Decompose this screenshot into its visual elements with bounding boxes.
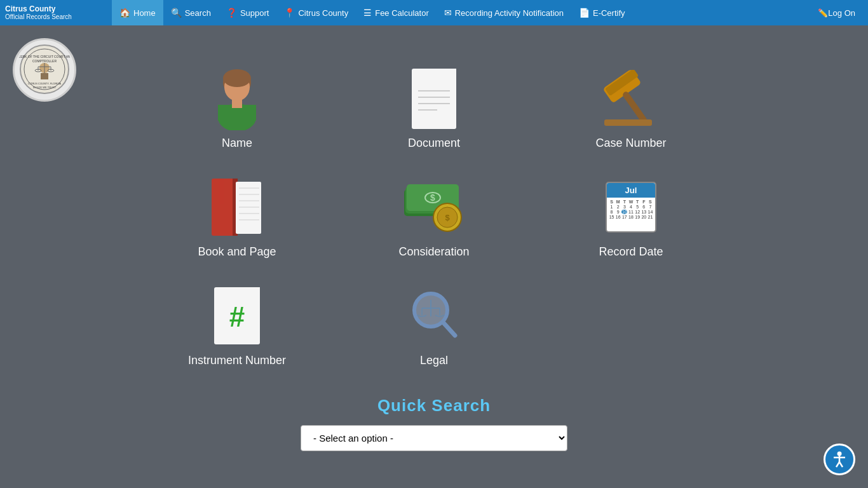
- svg-text:CLERK OF THE CIRCUIT COURT AND: CLERK OF THE CIRCUIT COURT AND: [19, 55, 70, 58]
- logo-text: CLERK OF THE CIRCUIT COURT AND COMPTROLL…: [16, 41, 73, 99]
- svg-point-61: [837, 452, 842, 456]
- nav-recording-activity[interactable]: ✉Recording Activity Notification: [437, 0, 571, 25]
- svg-rect-19: [232, 98, 242, 108]
- search-option-book-page[interactable]: Book and Page: [142, 166, 332, 268]
- person-icon: [208, 67, 266, 130]
- main-content: Name Document: [0, 25, 868, 464]
- svg-rect-40: [219, 179, 224, 204]
- svg-text:$: $: [430, 193, 435, 203]
- instrument-number-icon-container: #: [205, 284, 269, 348]
- name-label: Name: [222, 137, 252, 150]
- svg-point-16: [223, 69, 251, 87]
- svg-rect-33: [236, 182, 261, 234]
- record-date-icon-container: Jul S M T W T F S 1 2 3 4 5 6: [599, 175, 663, 239]
- case-number-icon-container: [599, 67, 663, 130]
- logo-area: CLERK OF THE CIRCUIT COURT AND COMPTROLL…: [13, 38, 76, 102]
- name-icon-container: [205, 67, 269, 130]
- svg-line-64: [836, 462, 839, 467]
- book-page-icon-container: [205, 175, 269, 239]
- search-option-consideration[interactable]: $ $ Consideration: [339, 166, 529, 268]
- calendar-grid: S M T W T F S 1 2 3 4 5 6 7 8: [607, 198, 655, 221]
- nav-search[interactable]: 🔍Search: [163, 0, 219, 25]
- search-option-record-date[interactable]: Jul S M T W T F S 1 2 3 4 5 6: [536, 166, 726, 268]
- svg-rect-5: [41, 73, 48, 79]
- email-icon: ✉: [444, 8, 452, 18]
- svg-line-56: [443, 322, 455, 336]
- nav-fee-calculator[interactable]: ☰Fee Calculator: [356, 0, 437, 25]
- accessibility-button[interactable]: [824, 444, 855, 475]
- certify-icon: 📄: [579, 8, 590, 18]
- svg-rect-29: [621, 90, 648, 124]
- instrument-number-label: Instrument Number: [188, 354, 286, 367]
- gavel-icon: [601, 70, 661, 127]
- svg-text:IN GOD WE TRUST: IN GOD WE TRUST: [33, 86, 57, 89]
- nav-citrus-county[interactable]: 📍Citrus County: [276, 0, 356, 25]
- location-icon: 📍: [284, 8, 295, 18]
- document-label: Document: [408, 137, 460, 150]
- consideration-label: Consideration: [398, 245, 469, 259]
- svg-rect-53: [247, 287, 260, 300]
- legal-icon-container: [402, 284, 466, 348]
- instrument-icon: #: [214, 287, 260, 344]
- quick-search-title: Quick Search: [13, 396, 855, 416]
- svg-text:COMPTROLLER: COMPTROLLER: [32, 59, 57, 63]
- svg-line-65: [839, 462, 843, 467]
- money-icon: $ $: [404, 182, 465, 233]
- brand-subtitle: Official Records Search: [5, 13, 107, 21]
- record-date-label: Record Date: [599, 245, 663, 259]
- calendar-month: Jul: [607, 183, 655, 198]
- quick-search-section: Quick Search - Select an option - Name D…: [13, 396, 855, 451]
- search-option-case-number[interactable]: Case Number: [536, 57, 726, 159]
- home-icon: 🏠: [119, 8, 130, 18]
- legal-icon: [404, 286, 465, 346]
- svg-text:CITRUS COUNTY, FLORIDA: CITRUS COUNTY, FLORIDA: [28, 82, 61, 85]
- support-icon: ❓: [226, 8, 237, 18]
- search-option-document[interactable]: Document: [339, 57, 529, 159]
- calculator-icon: ☰: [363, 8, 372, 18]
- accessibility-icon: [831, 451, 848, 468]
- search-option-legal[interactable]: Legal: [339, 274, 529, 377]
- svg-rect-22: [444, 69, 456, 81]
- search-grid: Name Document: [142, 57, 726, 377]
- brand-title: Citrus County: [5, 4, 107, 13]
- nav-support[interactable]: ❓Support: [219, 0, 277, 25]
- document-icon-container: [402, 67, 466, 130]
- svg-text:#: #: [229, 301, 245, 332]
- nav-items: 🏠Home 🔍Search ❓Support 📍Citrus County ☰F…: [112, 0, 810, 25]
- quick-search-select[interactable]: - Select an option - Name Document Case …: [301, 425, 567, 451]
- brand: Citrus County Official Records Search: [5, 4, 107, 21]
- case-number-label: Case Number: [595, 137, 666, 150]
- book-page-label: Book and Page: [198, 245, 276, 259]
- calendar-icon: Jul S M T W T F S 1 2 3 4 5 6: [606, 182, 656, 233]
- document-icon: [412, 69, 456, 129]
- search-option-name[interactable]: Name: [142, 57, 332, 159]
- logon-label: Log On: [828, 8, 855, 18]
- navbar: Citrus County Official Records Search 🏠H…: [0, 0, 868, 25]
- book-icon: [212, 179, 262, 236]
- nav-home[interactable]: 🏠Home: [112, 0, 163, 25]
- logon-button[interactable]: ✏️ Log On: [810, 0, 863, 25]
- county-logo: CLERK OF THE CIRCUIT COURT AND COMPTROLL…: [13, 38, 76, 102]
- legal-label: Legal: [420, 354, 448, 367]
- consideration-icon-container: $ $: [402, 175, 466, 239]
- svg-rect-30: [604, 119, 652, 126]
- logon-icon: ✏️: [818, 8, 828, 18]
- search-nav-icon: 🔍: [171, 8, 182, 18]
- search-option-instrument-number[interactable]: # Instrument Number: [142, 274, 332, 377]
- svg-text:$: $: [445, 213, 450, 222]
- nav-ecertify[interactable]: 📄E-Certify: [571, 0, 633, 25]
